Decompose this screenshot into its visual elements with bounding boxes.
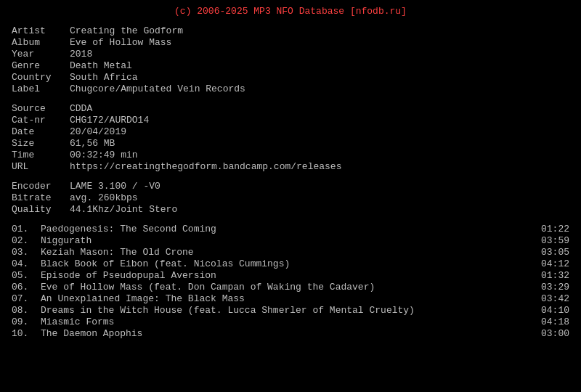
track-row: 03.Keziah Mason: The Old Crone03:05 [12,247,569,258]
track-row: 07.An Unexplained Image: The Black Mass0… [12,293,569,304]
country-row: Country South Africa [12,72,569,83]
track-row: 09.Miasmic Forms04:18 [12,317,569,327]
url-row: URL https://creatingthegodform.bandcamp.… [12,161,569,172]
bitrate-label: Bitrate [12,192,70,203]
catnr-value: CHG172/AURDO14 [70,115,149,126]
track-row: 04.Black Book of Eibon (feat. Nicolas Cu… [12,258,569,269]
track-title: Keziah Mason: The Old Crone [41,247,194,258]
label-value: Chugcore/Amputated Vein Records [70,83,245,94]
track-title: Dreams in the Witch House (feat. Lucca S… [41,305,415,316]
copyright-text: (c) 2006-2025 MP3 NFO Database [nfodb.ru… [174,6,407,17]
encoder-label: Encoder [12,181,70,192]
track-number: 08. [12,305,41,316]
track-duration: 03:00 [541,328,569,339]
year-value: 2018 [70,49,92,60]
track-duration: 01:22 [541,224,569,234]
track-title: The Daemon Apophis [41,328,142,339]
quality-value: 44.1Khz/Joint Stero [70,204,177,215]
track-title: Episode of Pseudopupal Aversion [41,270,216,281]
genre-row: Genre Death Metal [12,60,569,71]
url-label: URL [12,161,70,172]
album-label: Album [12,37,70,48]
track-title: Miasmic Forms [41,317,114,327]
artist-value: Creating the Godform [70,25,183,36]
year-label: Year [12,49,70,60]
size-label: Size [12,138,70,149]
track-title: Black Book of Eibon (feat. Nicolas Cummi… [41,258,290,269]
track-duration: 03:59 [541,235,569,246]
track-row: 01.Paedogenesis: The Second Coming01:22 [12,224,569,234]
bitrate-value: avg. 260kbps [70,192,138,203]
track-number: 03. [12,247,41,258]
track-duration: 03:05 [541,247,569,258]
catnr-row: Cat-nr CHG172/AURDO14 [12,115,569,126]
artist-label: Artist [12,25,70,36]
track-number: 01. [12,224,41,234]
source-row: Source CDDA [12,103,569,114]
source-section: Source CDDA Cat-nr CHG172/AURDO14 Date 2… [12,103,569,172]
track-number: 07. [12,293,41,304]
track-number: 10. [12,328,41,339]
date-value: 20/04/2019 [70,126,126,137]
track-duration: 04:12 [541,258,569,269]
quality-label: Quality [12,204,70,215]
track-duration: 03:29 [541,282,569,293]
track-number: 09. [12,317,41,327]
source-label: Source [12,103,70,114]
label-row: Label Chugcore/Amputated Vein Records [12,83,569,94]
tracks-section: 01.Paedogenesis: The Second Coming01:220… [12,224,569,339]
track-title: An Unexplained Image: The Black Mass [41,293,245,304]
track-row: 02.Niggurath03:59 [12,235,569,246]
time-row: Time 00:32:49 min [12,150,569,160]
track-number: 05. [12,270,41,281]
label-label: Label [12,83,70,94]
track-duration: 01:32 [541,270,569,281]
track-row: 08.Dreams in the Witch House (feat. Lucc… [12,305,569,316]
encoder-value: LAME 3.100 / -V0 [70,181,161,192]
bitrate-row: Bitrate avg. 260kbps [12,192,569,203]
album-row: Album Eve of Hollow Mass [12,37,569,48]
track-row: 10.The Daemon Apophis03:00 [12,328,569,339]
track-duration: 04:10 [541,305,569,316]
size-value: 61,56 MB [70,138,115,149]
time-label: Time [12,150,70,160]
date-row: Date 20/04/2019 [12,126,569,137]
page-header: (c) 2006-2025 MP3 NFO Database [nfodb.ru… [12,6,569,17]
genre-value: Death Metal [70,60,132,71]
artist-row: Artist Creating the Godform [12,25,569,36]
url-value: https://creatingthegodform.bandcamp.com/… [70,161,341,172]
track-number: 04. [12,258,41,269]
track-title: Paedogenesis: The Second Coming [41,224,216,234]
track-number: 06. [12,282,41,293]
encoder-section: Encoder LAME 3.100 / -V0 Bitrate avg. 26… [12,181,569,215]
quality-row: Quality 44.1Khz/Joint Stero [12,204,569,215]
track-title: Eve of Hollow Mass (feat. Don Campan of … [41,282,375,293]
source-value: CDDA [70,103,92,114]
genre-label: Genre [12,60,70,71]
track-duration: 03:42 [541,293,569,304]
time-value: 00:32:49 min [70,150,138,160]
album-value: Eve of Hollow Mass [70,37,171,48]
catnr-label: Cat-nr [12,115,70,126]
date-label: Date [12,126,70,137]
year-row: Year 2018 [12,49,569,60]
track-duration: 04:18 [541,317,569,327]
track-row: 06.Eve of Hollow Mass (feat. Don Campan … [12,282,569,293]
country-value: South Africa [70,72,138,83]
track-title: Niggurath [41,235,92,246]
encoder-row: Encoder LAME 3.100 / -V0 [12,181,569,192]
country-label: Country [12,72,70,83]
size-row: Size 61,56 MB [12,138,569,149]
track-number: 02. [12,235,41,246]
metadata-section: Artist Creating the Godform Album Eve of… [12,25,569,94]
track-row: 05.Episode of Pseudopupal Aversion01:32 [12,270,569,281]
